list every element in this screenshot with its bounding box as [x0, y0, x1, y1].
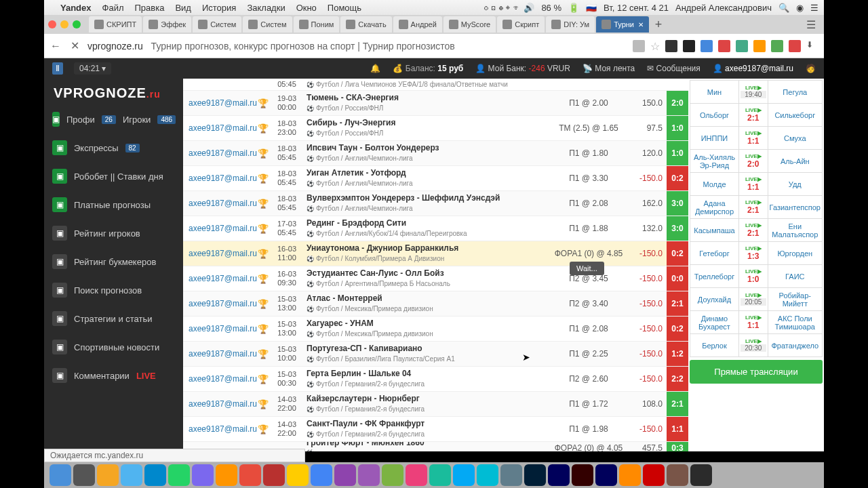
prediction-row[interactable]: axee9187@mail.ru🏆19-0300:00Тюмень - СКА-… — [183, 91, 688, 116]
url-field[interactable]: vprognoze.ru Турнир прогнозов, конкурс п… — [87, 41, 626, 52]
dock-app[interactable] — [50, 464, 71, 486]
menu-help[interactable]: Помощь — [328, 3, 361, 13]
browser-menu-icon[interactable]: ☰ — [802, 18, 820, 31]
live-row[interactable]: Адана ДемирспорLIVE▶2:1Газиантепспор — [690, 196, 823, 219]
prediction-row[interactable]: axee9187@mail.ru🏆15-0313:00Хагуарес - УН… — [183, 317, 688, 342]
sidebar-item[interactable]: ▣Спортивные новости — [44, 333, 183, 361]
prediction-row[interactable]: axee9187@mail.ru🏆14-0322:00Кайзерслаутер… — [183, 392, 688, 417]
site-time[interactable]: 04:21 ▾ — [74, 62, 111, 75]
live-row[interactable]: БерлокLIVE▶20:30Фратанджело — [690, 334, 823, 357]
window-minimize[interactable] — [60, 20, 68, 28]
dock-app[interactable] — [216, 464, 237, 486]
prediction-row[interactable]: axee9187@mail.ru🏆18-0305:45Вулверхэмптон… — [183, 191, 688, 216]
dock-app[interactable] — [168, 464, 190, 486]
live-team1[interactable]: Треллеборг — [690, 265, 739, 288]
ext-icon[interactable] — [665, 40, 677, 52]
window-close[interactable] — [48, 20, 56, 28]
prediction-row[interactable]: axee9187@mail.ru🏆18-0305:45Уиган Атлетик… — [183, 166, 688, 191]
row-match[interactable]: Сибирь - Луч-Энергия⚽Футбол / Россия/ФНЛ — [302, 118, 551, 138]
live-team1[interactable]: Касымпаша — [690, 219, 739, 242]
sidebar-item[interactable]: ▣Профи26Игроки486 — [44, 105, 183, 134]
dock-app[interactable] — [334, 464, 356, 486]
row-match[interactable]: Ипсвич Таун - Болтон Уондерерз⚽Футбол / … — [302, 143, 551, 163]
prediction-row[interactable]: axee9187@mail.ru🏆17-0305:45Рединг - Брэд… — [183, 216, 688, 241]
bell-icon[interactable]: 🔔 — [370, 64, 380, 73]
browser-tab[interactable]: Скачать — [340, 16, 391, 33]
row-user[interactable]: axee9187@mail.ru — [183, 123, 258, 133]
live-team2[interactable]: Пегула — [768, 81, 822, 104]
bank[interactable]: 👤 Мой Банк: -246 VRUR — [475, 64, 570, 73]
row-match[interactable]: ⚽Футбол / Лига Чемпионов УЕФА/1/8 финала… — [302, 80, 551, 89]
user-avatar-icon[interactable]: 🧑 — [806, 64, 816, 73]
live-team1[interactable]: Молде — [690, 173, 739, 196]
live-team2[interactable]: Смуха — [768, 127, 822, 150]
row-user[interactable]: axee9187@mail.ru — [183, 98, 258, 108]
menu-file[interactable]: Файл — [102, 3, 124, 13]
dock-app[interactable] — [572, 464, 593, 486]
flag-icon[interactable]: 🇷🇺 — [586, 3, 597, 13]
prediction-row[interactable]: axee9187@mail.ru🏆15-0310:00Португеза-СП … — [183, 342, 688, 367]
live-row[interactable]: ТреллеборгLIVE▶1:0ГАИС — [690, 265, 823, 288]
dock-app[interactable] — [453, 464, 475, 486]
dock-app[interactable] — [192, 464, 214, 486]
row-user[interactable]: axee9187@mail.ru — [183, 274, 258, 283]
dock-app[interactable] — [73, 464, 95, 486]
live-row[interactable]: ГетеборгLIVE▶1:3Юргорден — [690, 242, 823, 265]
dock-app[interactable] — [144, 464, 166, 486]
row-match[interactable]: Уиган Атлетик - Уотфорд⚽Футбол / Англия/… — [302, 168, 551, 188]
dock-app[interactable] — [121, 464, 142, 486]
row-match[interactable]: Вулверхэмптон Уондерерз - Шеффилд Уэнсдэ… — [302, 193, 551, 213]
prediction-row[interactable]: axee9187@mail.ru🏆16-0309:30Эстудиантес С… — [183, 266, 688, 291]
row-match[interactable]: Санкт-Паули - ФК Франкфурт⚽Футбол / Герм… — [302, 419, 551, 439]
live-team2[interactable]: Юргорден — [768, 242, 822, 265]
sidebar-item[interactable]: ▣Рейтинг игроков — [44, 219, 183, 247]
live-team1[interactable]: ИНППИ — [690, 127, 739, 150]
live-row[interactable]: КасымпашаLIVE▶2:1Ени Малатьяспор — [690, 219, 823, 242]
menu-edit[interactable]: Правка — [135, 3, 165, 13]
dock-app[interactable] — [239, 464, 261, 486]
live-team2[interactable]: АКС Поли Тимишоара — [768, 311, 822, 334]
close-icon[interactable]: ✕ — [638, 21, 644, 28]
search-icon[interactable]: 🔍 — [778, 3, 789, 13]
row-match[interactable]: Португеза-СП - Капивариано⚽Футбол / Браз… — [302, 344, 551, 363]
dock-app[interactable] — [311, 464, 332, 486]
browser-tab[interactable]: Поним — [294, 16, 340, 33]
row-user[interactable]: axee9187@mail.ru — [183, 148, 258, 158]
live-row[interactable]: МинLIVE▶19:40Пегула — [690, 81, 823, 104]
row-user[interactable]: axee9187@mail.ru — [183, 374, 258, 384]
ext-icon[interactable] — [771, 40, 783, 52]
browser-tab[interactable]: DIY: Ум — [546, 16, 595, 33]
ext-icon[interactable] — [736, 40, 748, 52]
row-match[interactable]: Эстудиантес Сан-Луис - Олл Бойз⚽Футбол /… — [302, 268, 551, 288]
live-team1[interactable]: Мин — [690, 81, 739, 104]
download-icon[interactable]: ⬇ — [806, 40, 818, 52]
feed-link[interactable]: 📡 Моя лента — [583, 64, 635, 73]
predictions-table[interactable]: 05:45⚽Футбол / Лига Чемпионов УЕФА/1/8 ф… — [183, 79, 688, 451]
live-row[interactable]: Динамо БухарестLIVE▶1:1АКС Поли Тимишоар… — [690, 311, 823, 334]
live-team2[interactable]: Аль-Айн — [768, 150, 822, 173]
site-logo-icon[interactable]: Ⅱ — [52, 62, 63, 75]
prediction-row[interactable]: axee9187@mail.ru🏆14-0322:00Санкт-Паули -… — [183, 417, 688, 442]
dock-app[interactable] — [595, 464, 617, 486]
dock-app[interactable] — [500, 464, 522, 486]
menu-icon[interactable]: ☰ — [810, 3, 818, 13]
dock-app[interactable] — [429, 464, 451, 486]
dock-app[interactable] — [97, 464, 119, 486]
live-team2[interactable]: Удд — [768, 173, 822, 196]
stop-button[interactable]: ✕ — [68, 40, 81, 52]
row-match[interactable]: Рединг - Брэдфорд Сити⚽Футбол / Англия/К… — [302, 218, 551, 238]
live-team1[interactable]: Гетеборг — [690, 242, 739, 265]
browser-tab[interactable]: СКРИПТ — [89, 16, 142, 33]
row-match[interactable]: Униаутонома - Джуниор Барранкилья⚽Футбол… — [302, 243, 551, 263]
balance[interactable]: 💰 Баланс: 15 руб — [393, 64, 463, 73]
row-user[interactable]: axee9187@mail.ru — [183, 174, 258, 183]
live-row[interactable]: МолдеLIVE▶1:1Удд — [690, 173, 823, 196]
prediction-row[interactable]: axee9187@mail.ru🏆16-0311:00Униаутонома -… — [183, 241, 688, 266]
site-logo[interactable]: VPROGNOZE.ru — [44, 81, 183, 105]
prediction-row[interactable]: axee9187@mail.ru🏆18-0323:00Сибирь - Луч-… — [183, 116, 688, 141]
sidebar-item[interactable]: ▣Платные прогнозы — [44, 190, 183, 219]
menu-window[interactable]: Окно — [296, 3, 317, 13]
menu-history[interactable]: История — [202, 3, 236, 13]
dock-app[interactable] — [406, 464, 427, 486]
browser-tab[interactable]: Турни✕ — [596, 16, 649, 33]
